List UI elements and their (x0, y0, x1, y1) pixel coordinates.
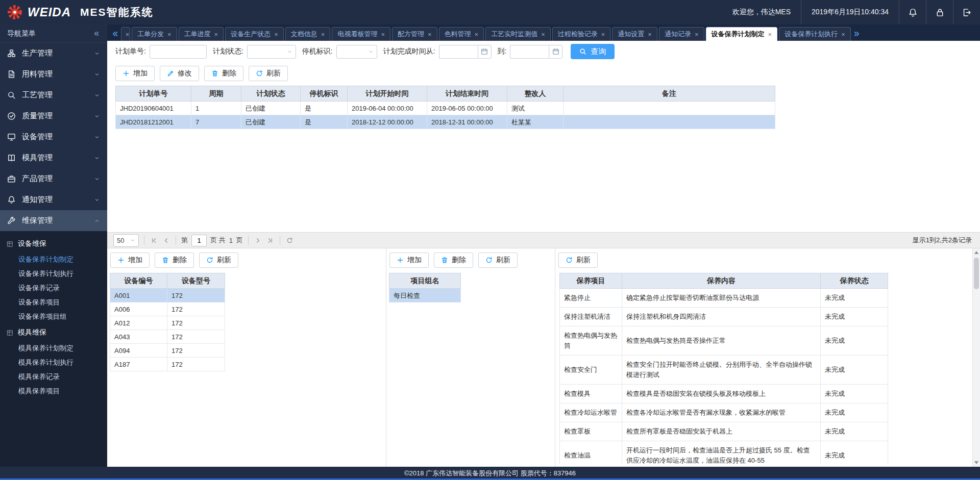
sidebar-subitem[interactable]: 设备保养项目组 (0, 310, 107, 324)
table-cell[interactable]: JHD20181212001 (116, 115, 191, 129)
scrollbar-thumb[interactable] (974, 258, 979, 289)
table-row[interactable]: A006172 (110, 302, 225, 316)
tab-item[interactable]: 配方管理× (392, 27, 437, 41)
table-cell[interactable]: 未完成 (821, 356, 888, 385)
column-header[interactable]: 设备编号 (110, 273, 167, 289)
table-cell[interactable]: 检查安全门拉开时能否终止锁模。分别用手动、全半自动操作锁模进行测试 (622, 356, 821, 385)
table-cell[interactable]: A006 (110, 302, 167, 316)
table-cell[interactable]: 未完成 (821, 422, 888, 441)
table-cell[interactable]: 保持注塑机和机身四周清洁 (622, 308, 821, 326)
table-cell[interactable]: A001 (110, 289, 167, 302)
sidebar-item-process[interactable]: 工艺管理 (0, 85, 107, 106)
table-row[interactable]: 检查冷却运水喉管检查各冷却运水喉管是否有漏水现象，收紧漏水的喉管未完成 (560, 403, 888, 422)
column-header[interactable]: 整改人 (507, 86, 564, 102)
table-cell[interactable]: 172 (167, 289, 225, 302)
table-cell[interactable]: 未完成 (821, 403, 888, 422)
table-cell[interactable]: A043 (110, 330, 167, 344)
table-cell[interactable]: JHD20190604001 (116, 102, 191, 115)
tab-close-icon[interactable]: × (167, 31, 172, 38)
tab-close-icon[interactable]: × (648, 31, 652, 38)
vertical-scrollbar[interactable] (972, 248, 980, 467)
first-page-button[interactable] (150, 237, 158, 244)
table-row[interactable]: A094172 (110, 344, 225, 358)
table-row[interactable]: A187172 (110, 358, 225, 371)
tab-close-icon[interactable]: × (274, 31, 278, 38)
tab-close-icon[interactable]: × (541, 31, 545, 38)
table-row[interactable]: 检查热电偶与发热筒检查热电偶与发热筒是否操作正常未完成 (560, 326, 888, 356)
prev-page-button[interactable] (162, 237, 170, 244)
tabs-scroll-right-button[interactable] (851, 27, 863, 41)
column-header[interactable]: 周期 (191, 86, 241, 102)
clipped-tab[interactable]: × (121, 27, 130, 41)
search-button[interactable]: 查询 (571, 44, 615, 59)
table-cell[interactable]: 杜某某 (507, 115, 564, 129)
sidebar-item-material[interactable]: 用料管理 (0, 64, 107, 85)
submenu-group[interactable]: 设备维保 (0, 235, 107, 252)
table-cell[interactable]: 未完成 (821, 308, 888, 326)
tab-close-icon[interactable]: × (841, 31, 845, 38)
table-cell[interactable]: 已创建 (241, 102, 301, 115)
sidebar-subitem[interactable]: 设备保养记录 (0, 281, 107, 295)
table-cell[interactable]: 开机运行一段时间后，检查油温是否上升超过摄氏 55 度。检查供应冷却的冷却运水温… (622, 441, 821, 464)
page-number-input[interactable] (191, 235, 207, 246)
table-row[interactable]: 检查安全门检查安全门拉开时能否终止锁模。分别用手动、全半自动操作锁模进行测试未完… (560, 356, 888, 385)
edit-button[interactable]: 修改 (160, 66, 199, 81)
table-cell[interactable]: 保持注塑机清洁 (560, 308, 622, 326)
table-cell[interactable]: 7 (191, 115, 241, 129)
tab-close-icon[interactable]: × (768, 31, 772, 38)
table-cell[interactable]: 检查热电偶与发热筒是否操作正常 (622, 326, 821, 356)
pager-refresh-button[interactable] (285, 237, 294, 244)
column-header[interactable]: 备注 (564, 86, 775, 102)
tab-close-icon[interactable]: × (475, 31, 479, 38)
refresh-button[interactable]: 刷新 (249, 66, 288, 81)
table-row[interactable]: 每日检查 (389, 289, 461, 302)
table-cell[interactable]: 2019-06-05 00:00:00 (427, 102, 507, 115)
column-header[interactable]: 项目组名 (389, 273, 461, 289)
submenu-group[interactable]: 模具维保 (0, 324, 107, 341)
table-row[interactable]: 检查罩板检查所有罩板是否稳固安装于机器上未完成 (560, 422, 888, 441)
sidebar-item-notice[interactable]: 通知管理 (0, 189, 107, 210)
add-button[interactable]: 增加 (115, 66, 155, 81)
tab-item[interactable]: 工单分发× (132, 27, 177, 41)
table-cell[interactable]: 检查油温 (560, 441, 622, 464)
tab-close-icon[interactable]: × (126, 31, 130, 38)
sidebar-subitem[interactable]: 设备保养计划执行 (0, 267, 107, 281)
tab-item[interactable]: 设备保养计划制定× (706, 27, 778, 41)
tab-close-icon[interactable]: × (214, 31, 218, 38)
table-cell[interactable]: 已创建 (241, 115, 301, 129)
maintenance-refresh-button[interactable]: 刷新 (558, 252, 598, 268)
column-header[interactable]: 停机标识 (301, 86, 348, 102)
sidebar-collapse-button[interactable] (93, 30, 100, 37)
column-header[interactable]: 计划单号 (116, 86, 191, 102)
group-add-button[interactable]: 增加 (389, 252, 429, 268)
lock-button[interactable] (926, 0, 953, 24)
table-cell[interactable]: 2018-12-31 00:00:00 (427, 115, 507, 129)
table-cell[interactable]: 是 (301, 115, 348, 129)
sidebar-item-production[interactable]: 生产管理 (0, 43, 107, 64)
table-row[interactable]: 检查油温开机运行一段时间后，检查油温是否上升超过摄氏 55 度。检查供应冷却的冷… (560, 441, 888, 464)
tabs-scroll-left-button[interactable] (109, 27, 121, 41)
sidebar-subitem[interactable]: 模具保养计划执行 (0, 356, 107, 370)
table-row[interactable]: A043172 (110, 330, 225, 344)
table-cell[interactable]: 未完成 (821, 326, 888, 356)
table-row[interactable]: 保持注塑机清洁保持注塑机和机身四周清洁未完成 (560, 308, 888, 326)
table-row[interactable]: JHD201812120017已创建是2018-12-12 00:00:0020… (116, 115, 775, 129)
sidebar-item-device[interactable]: 设备管理 (0, 127, 107, 147)
column-header[interactable]: 保养项目 (560, 273, 622, 289)
table-cell[interactable]: 172 (167, 330, 225, 344)
table-cell[interactable]: 172 (167, 316, 225, 330)
table-row[interactable]: A001172 (110, 289, 225, 302)
table-cell[interactable]: 检查模具是否稳固安装在锁模头板及移动模板上 (622, 385, 821, 403)
column-header[interactable]: 计划状态 (241, 86, 301, 102)
tab-item[interactable]: 通知设置× (612, 27, 657, 41)
tab-close-icon[interactable]: × (381, 31, 385, 38)
table-cell[interactable]: A094 (110, 344, 167, 358)
plan-status-select[interactable] (247, 45, 296, 59)
table-cell[interactable]: 是 (301, 102, 348, 115)
column-header[interactable]: 保养状态 (821, 273, 888, 289)
tab-close-icon[interactable]: × (321, 31, 325, 38)
table-cell[interactable]: 172 (167, 344, 225, 358)
sidebar-item-product[interactable]: 产品管理 (0, 168, 107, 189)
tab-item[interactable]: 色料管理× (439, 27, 484, 41)
table-cell[interactable]: 未完成 (821, 289, 888, 308)
